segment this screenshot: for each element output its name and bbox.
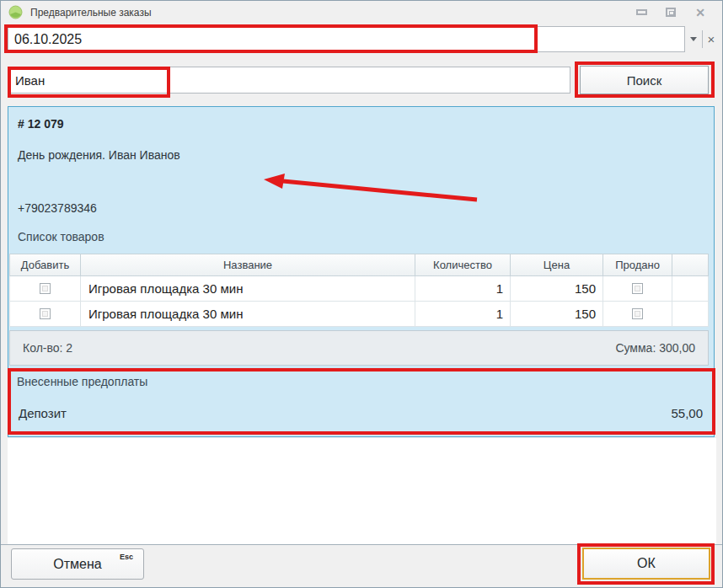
search-button[interactable]: Поиск [580,66,709,94]
column-header-price: Цена [511,254,603,276]
items-table: Добавить Название Количество Цена Продан… [9,254,709,327]
app-logo-lime-icon [8,5,23,19]
window-title: Предварительные заказы [30,7,152,19]
prepayment-name: Депозит [19,406,67,420]
sold-checkbox[interactable] [632,283,643,294]
column-header-name: Название [81,254,415,276]
content-empty-area [8,438,716,544]
items-table-header: Добавить Название Количество Цена Продан… [9,254,709,276]
row-empty-cell [672,302,709,327]
cancel-shortcut-hint: Esc [120,553,133,561]
date-clear-icon[interactable]: × [704,26,719,52]
item-name: Игровая площадка 30 мин [81,302,415,327]
item-price: 150 [511,302,603,327]
ok-button[interactable]: ОК [582,548,710,580]
cancel-button[interactable]: Отмена Esc [11,548,144,580]
order-description: День рождения. Иван Иванов [18,148,180,162]
date-dropdown-icon[interactable] [685,26,701,52]
date-picker-control: × [8,26,719,52]
item-name: Игровая площадка 30 мин [81,276,415,302]
add-checkbox[interactable] [40,283,51,294]
prepayment-amount: 55,00 [671,406,703,420]
titlebar: Предварительные заказы ✕ [1,1,722,24]
summary-total: Сумма: 300,00 [615,341,695,355]
column-header-add: Добавить [9,254,81,276]
prepayments-title: Внесенные предоплаты [17,375,147,388]
row-empty-cell [672,276,709,302]
control-separator [702,30,703,48]
item-qty: 1 [415,276,511,302]
column-header-empty [672,254,709,276]
order-phone: +79023789346 [18,201,97,215]
prepayment-row: Депозит 55,00 [19,406,703,420]
summary-count: Кол-во: 2 [23,341,72,355]
items-summary-bar: Кол-во: 2 Сумма: 300,00 [9,330,709,366]
table-row[interactable]: Игровая площадка 30 мин 1 150 [9,302,709,327]
table-row[interactable]: Игровая площадка 30 мин 1 150 [9,276,709,302]
cancel-label: Отмена [53,557,101,571]
column-header-qty: Количество [415,254,511,276]
order-panel: # 12 079 День рождения. Иван Иванов +790… [8,106,715,437]
sold-checkbox[interactable] [632,308,643,319]
column-header-sold: Продано [603,254,672,276]
search-input[interactable] [9,67,570,94]
items-list-title: Список товаров [18,230,104,243]
date-input[interactable] [8,26,685,52]
order-number: # 12 079 [18,117,64,131]
preorders-window: Предварительные заказы ✕ × Поиск # 12 07… [0,0,723,588]
minimize-button[interactable] [635,7,648,19]
close-button[interactable]: ✕ [694,7,707,19]
item-price: 150 [511,276,603,302]
item-qty: 1 [415,302,511,327]
add-checkbox[interactable] [40,308,51,319]
window-controls: ✕ [635,7,715,19]
maximize-button[interactable] [664,7,677,19]
